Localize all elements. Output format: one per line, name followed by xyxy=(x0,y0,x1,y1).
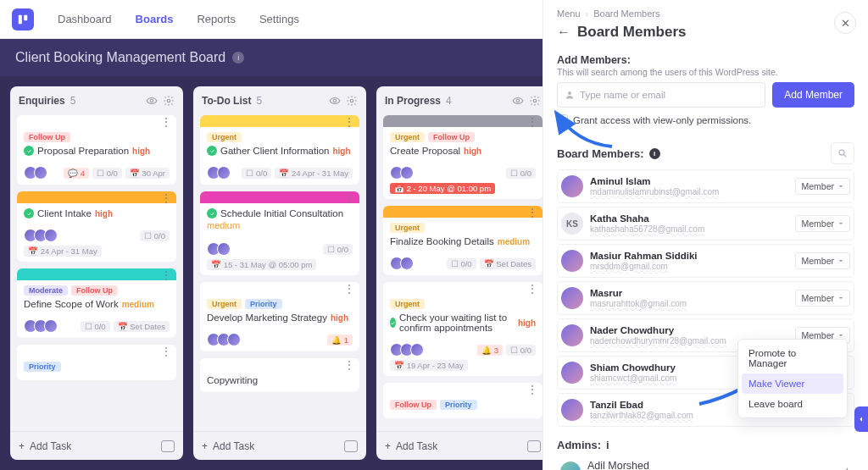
eye-icon[interactable] xyxy=(512,95,524,107)
member-search-input[interactable]: Type name or email xyxy=(557,82,765,108)
task-card[interactable]: ⋮ Follow Up Proposal Preparation high 💬 … xyxy=(17,115,176,185)
member-row: Masiur Rahman Siddiki mrsddm@gmail.com M… xyxy=(557,244,854,278)
card-menu-icon[interactable]: ⋮ xyxy=(527,283,537,295)
date-chip: 📅 2 - 20 May @ 01:00 pm xyxy=(390,183,495,194)
role-selector[interactable]: Member xyxy=(795,252,850,269)
column-title: Enquiries xyxy=(19,95,65,107)
add-admin-button[interactable]: + xyxy=(843,464,851,470)
admins-heading: Admins: xyxy=(557,439,601,451)
role-selector[interactable]: Member xyxy=(795,178,850,195)
search-members-button[interactable] xyxy=(831,142,854,164)
tag: Priority xyxy=(24,362,61,372)
member-email: mrsddm@gmail.com xyxy=(590,262,698,271)
task-card[interactable]: ⋮ ModerateFollow Up Define Scope of Work… xyxy=(17,268,176,338)
column-title: To-Do List xyxy=(202,95,251,107)
card-menu-icon[interactable]: ⋮ xyxy=(161,346,171,357)
check-icon xyxy=(207,208,217,218)
chevron-down-icon xyxy=(837,220,844,227)
column-title: In Progress xyxy=(385,95,441,107)
add-task-button[interactable]: Add Task xyxy=(396,440,437,452)
avatar xyxy=(44,229,58,242)
gear-icon[interactable] xyxy=(163,95,175,107)
info-icon[interactable]: i xyxy=(606,439,609,451)
member-name: Nader Chowdhury xyxy=(590,325,726,336)
search-placeholder: Type name or email xyxy=(580,90,665,100)
avatar xyxy=(561,362,583,384)
back-arrow-icon[interactable]: ← xyxy=(557,25,570,40)
panel-collapse-tab[interactable] xyxy=(854,406,868,432)
task-card[interactable]: ⋮ Schedule Initial Consultationmedium ☐ … xyxy=(200,191,359,275)
card-menu-icon[interactable]: ⋮ xyxy=(344,116,354,128)
svg-point-6 xyxy=(516,99,520,102)
priority-label: high xyxy=(332,147,350,156)
eye-icon[interactable] xyxy=(329,95,341,107)
card-menu-icon[interactable]: ⋮ xyxy=(161,269,171,281)
card-menu-icon[interactable]: ⋮ xyxy=(527,116,537,128)
task-card[interactable]: ⋮ UrgentPriority Develop Marketing Strat… xyxy=(200,282,359,351)
template-icon[interactable] xyxy=(527,440,541,452)
member-name: Shiam Chowdhury xyxy=(590,362,676,373)
check-icon xyxy=(207,146,217,156)
card-menu-icon[interactable]: ⋮ xyxy=(527,207,537,218)
leave-board-option[interactable]: Leave board xyxy=(742,394,843,414)
date-chip: 📅 Set Dates xyxy=(480,258,536,269)
add-task-button[interactable]: Add Task xyxy=(213,440,254,452)
add-members-label: Add Members: xyxy=(557,54,854,66)
role-selector[interactable]: Member xyxy=(795,215,850,232)
card-menu-icon[interactable]: ⋮ xyxy=(344,283,354,295)
task-card[interactable]: ⋮ Client Intake high ☐ 0/0 📅 24 Apr - 31… xyxy=(17,191,176,262)
task-card[interactable]: ⋮ Urgent Finalize Booking Details medium… xyxy=(383,206,542,275)
crumb-menu[interactable]: Menu xyxy=(557,8,581,19)
admin-row: Adil Morshed adilmorshed575@gmail.com + xyxy=(543,455,868,470)
app-logo[interactable] xyxy=(12,8,34,30)
role-selector[interactable]: Member xyxy=(795,290,850,307)
priority-label: medium xyxy=(207,220,240,230)
date-chip: 📅 30 Apr xyxy=(125,168,170,179)
promote-to-manager-option[interactable]: Promote to Manager xyxy=(742,343,843,373)
tag: Priority xyxy=(245,299,282,309)
task-card[interactable]: ⋮ Urgent Gather Client Information high … xyxy=(200,115,359,185)
check-icon xyxy=(24,146,34,156)
info-icon[interactable]: i xyxy=(649,148,660,159)
task-card[interactable]: ⋮ Copywriting xyxy=(200,358,359,392)
view-only-checkbox[interactable] xyxy=(557,114,568,125)
role-dropdown: Promote to Manager Make Viewer Leave boa… xyxy=(737,339,848,418)
make-viewer-option[interactable]: Make Viewer xyxy=(742,373,843,394)
card-menu-icon[interactable]: ⋮ xyxy=(527,384,537,395)
gear-icon[interactable] xyxy=(346,95,358,107)
avatar: KS xyxy=(561,213,583,235)
task-card[interactable]: ⋮ Urgent Check your waiting list to conf… xyxy=(383,282,542,376)
template-icon[interactable] xyxy=(344,440,358,452)
card-menu-icon[interactable]: ⋮ xyxy=(344,192,354,204)
tag: Urgent xyxy=(390,299,425,309)
card-menu-icon[interactable]: ⋮ xyxy=(161,116,171,128)
check-icon xyxy=(390,318,396,328)
nav-settings[interactable]: Settings xyxy=(259,13,299,25)
svg-point-4 xyxy=(333,99,337,102)
avatar xyxy=(217,166,231,180)
search-icon xyxy=(837,148,848,158)
card-title: Create Proposal xyxy=(390,146,460,156)
view-only-label: Grant access with view-only permissions. xyxy=(573,115,751,125)
task-card[interactable]: ⋮ Priority xyxy=(17,345,176,380)
nav-dashboard[interactable]: Dashboard xyxy=(58,13,112,25)
tag: Urgent xyxy=(390,132,425,142)
card-menu-icon[interactable]: ⋮ xyxy=(344,359,354,371)
breadcrumb: Menu › Board Members xyxy=(543,0,868,20)
nav-boards[interactable]: Boards xyxy=(136,13,174,25)
close-button[interactable]: ✕ xyxy=(834,12,856,34)
add-member-button[interactable]: Add Member xyxy=(772,82,854,108)
task-card[interactable]: ⋮ Follow UpPriority xyxy=(383,383,542,418)
eye-icon[interactable] xyxy=(146,95,158,107)
member-name: Tanzil Ebad xyxy=(590,400,693,411)
gear-icon[interactable] xyxy=(529,95,541,107)
info-icon[interactable]: i xyxy=(232,52,244,64)
add-task-button[interactable]: Add Task xyxy=(30,440,71,452)
column-count: 5 xyxy=(256,95,262,107)
avatar xyxy=(410,343,424,357)
template-icon[interactable] xyxy=(161,440,175,452)
task-card[interactable]: ⋮ UrgentFollow Up Create Proposal high ☐… xyxy=(383,115,542,199)
card-menu-icon[interactable]: ⋮ xyxy=(161,192,171,204)
nav-reports[interactable]: Reports xyxy=(197,13,236,25)
person-icon xyxy=(565,90,575,100)
